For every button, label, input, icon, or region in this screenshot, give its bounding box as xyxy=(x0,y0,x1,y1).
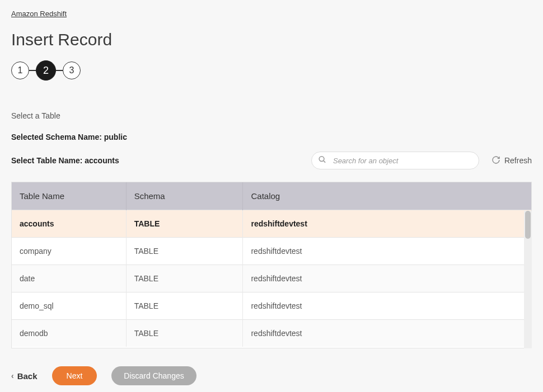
page-title: Insert Record xyxy=(11,30,532,49)
step-1[interactable]: 1 xyxy=(11,62,29,79)
step-connector xyxy=(56,70,63,71)
search-input[interactable] xyxy=(311,152,479,169)
search-field-container xyxy=(311,152,479,169)
table-row[interactable]: company TABLE redshiftdevtest xyxy=(12,238,531,265)
svg-point-0 xyxy=(319,157,324,162)
scrollbar-track[interactable] xyxy=(524,211,532,348)
chevron-left-icon: ‹ xyxy=(11,371,14,380)
svg-line-1 xyxy=(324,161,325,163)
tables-list: Table Name Schema Catalog accounts TABLE… xyxy=(12,182,531,347)
step-2[interactable]: 2 xyxy=(36,60,56,81)
cell-catalog: redshiftdevtest xyxy=(243,210,531,238)
discard-button[interactable]: Discard Changes xyxy=(111,366,196,385)
next-button[interactable]: Next xyxy=(52,366,97,385)
cell-schema: TABLE xyxy=(126,265,243,292)
table-row[interactable]: demo_sql TABLE redshiftdevtest xyxy=(12,292,531,320)
scrollbar-thumb[interactable] xyxy=(525,211,531,239)
cell-catalog: redshiftdevtest xyxy=(243,265,531,292)
cell-schema: TABLE xyxy=(126,292,243,320)
footer-actions: ‹ Back Next Discard Changes xyxy=(11,366,532,385)
step-connector xyxy=(29,70,36,71)
table-row[interactable]: accounts TABLE redshiftdevtest xyxy=(12,210,531,238)
cell-name: company xyxy=(12,238,126,265)
cell-catalog: redshiftdevtest xyxy=(243,320,531,347)
cell-schema: TABLE xyxy=(126,320,243,347)
cell-schema: TABLE xyxy=(126,238,243,265)
cell-name: date xyxy=(12,265,126,292)
back-label: Back xyxy=(17,371,38,381)
back-button[interactable]: ‹ Back xyxy=(11,371,38,381)
refresh-label: Refresh xyxy=(504,156,532,165)
refresh-icon xyxy=(491,155,500,166)
col-header-catalog[interactable]: Catalog xyxy=(243,182,531,210)
table-container: Table Name Schema Catalog accounts TABLE… xyxy=(11,182,532,348)
stepper: 1 2 3 xyxy=(11,60,532,81)
section-label: Select a Table xyxy=(11,111,532,120)
cell-schema: TABLE xyxy=(126,210,243,238)
selected-schema-label: Selected Schema Name: public xyxy=(11,133,532,141)
refresh-button[interactable]: Refresh xyxy=(491,155,532,166)
cell-name: demodb xyxy=(12,320,126,347)
selected-table-label: Select Table Name: accounts xyxy=(11,156,119,165)
col-header-schema[interactable]: Schema xyxy=(126,182,243,210)
cell-catalog: redshiftdevtest xyxy=(243,292,531,320)
table-row[interactable]: demodb TABLE redshiftdevtest xyxy=(12,320,531,347)
table-row[interactable]: date TABLE redshiftdevtest xyxy=(12,265,531,292)
col-header-name[interactable]: Table Name xyxy=(12,182,126,210)
cell-catalog: redshiftdevtest xyxy=(243,238,531,265)
step-3[interactable]: 3 xyxy=(63,62,81,79)
cell-name: accounts xyxy=(12,210,126,238)
cell-name: demo_sql xyxy=(12,292,126,320)
search-icon xyxy=(318,155,326,166)
breadcrumb-link[interactable]: Amazon Redshift xyxy=(11,10,67,18)
